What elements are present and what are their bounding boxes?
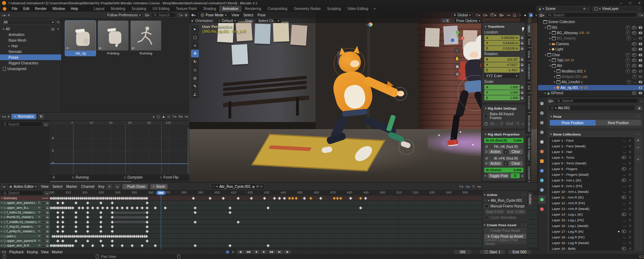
fake-user-shield-button[interactable]: ◆ bbox=[636, 105, 643, 111]
menu-render[interactable]: Render bbox=[32, 6, 49, 11]
scale-y-field[interactable]: Y1.000 bbox=[484, 90, 520, 95]
import-method-dropdown[interactable]: Follow Preferences▾ bbox=[105, 12, 143, 18]
hide-eye-icon[interactable] bbox=[632, 26, 637, 29]
close-button[interactable]: × bbox=[638, 1, 640, 5]
next-frame-button[interactable]: ▶▶ bbox=[268, 250, 275, 254]
properties-tab-object[interactable] bbox=[538, 157, 546, 165]
bone-collection-layer-7-fingers-detail-[interactable]: Layer 7 - Fingers (detail)☆ bbox=[550, 172, 634, 178]
expand-search-button[interactable]: ↔ bbox=[43, 122, 49, 127]
properties-tab-modifiers[interactable] bbox=[538, 166, 546, 175]
auto-keying-icon[interactable] bbox=[226, 250, 229, 254]
collection-specials-button[interactable]: ⌄ bbox=[635, 155, 641, 162]
workspace-tab-layout[interactable]: Layout bbox=[90, 6, 107, 12]
rotation-y-field[interactable]: Y4.7427° bbox=[484, 62, 520, 67]
visibility-eye-icon[interactable] bbox=[622, 167, 626, 170]
solo-star-icon[interactable]: ☆ bbox=[628, 161, 632, 165]
mute-checkbox[interactable]: ✓ bbox=[42, 201, 45, 205]
workspace-tab-rendering[interactable]: Rendering bbox=[242, 6, 264, 12]
outliner-row-char[interactable]: ▾Char✓ bbox=[538, 52, 644, 57]
rest-position-button[interactable]: Rest Position bbox=[596, 120, 642, 126]
circle-x-icon[interactable]: × bbox=[503, 161, 508, 166]
selectable-checkbox[interactable]: ✓ bbox=[627, 80, 631, 84]
modifier-icon[interactable]: ⚒ bbox=[38, 230, 40, 233]
dope-menu-channel[interactable]: Channel bbox=[81, 185, 94, 189]
properties-search-input[interactable]: Search bbox=[555, 98, 638, 103]
current-frame-field[interactable]: 366 bbox=[454, 250, 471, 254]
outliner-search-input[interactable]: Search bbox=[546, 12, 637, 17]
tool-transform[interactable]: ◎ bbox=[191, 74, 199, 82]
editor-mode-dropdown[interactable]: ▩Action Editor▾ bbox=[7, 184, 38, 189]
render-camera-icon[interactable] bbox=[639, 92, 642, 94]
frame-ruler[interactable]: 3003103203303403503603703803904004104204… bbox=[50, 190, 538, 195]
visibility-eye-closed-icon[interactable] bbox=[623, 219, 626, 221]
properties-tab-constraints[interactable] bbox=[538, 186, 546, 194]
dope-menu-select[interactable]: Select bbox=[52, 185, 62, 189]
bone-collection-layer-2-face-tweak-[interactable]: Layer 2 - Face (tweak)☆ bbox=[550, 143, 634, 149]
hide-eye-icon[interactable] bbox=[632, 64, 637, 67]
outliner-row-bg-lowpoly[interactable]: ▸BG_lowpoly✓ bbox=[538, 36, 644, 41]
timeline-menu-keying[interactable]: Keying bbox=[27, 250, 38, 254]
mute-checkbox[interactable]: ✓ bbox=[42, 225, 45, 228]
viewport-menu-pose[interactable]: Pose bbox=[258, 13, 266, 17]
catalog-item-unassigned[interactable]: Unassigned bbox=[0, 66, 61, 72]
lock-icon[interactable] bbox=[521, 64, 523, 66]
track-row[interactable] bbox=[50, 229, 538, 234]
play-button[interactable]: ▶ bbox=[260, 250, 268, 254]
bake-start-field[interactable]: St...0 bbox=[489, 121, 504, 126]
normalize-refresh-button[interactable]: ↻ bbox=[38, 114, 44, 119]
location-z-field[interactable]: Z0.52229 m bbox=[484, 46, 520, 51]
dope-menu-marker[interactable]: Marker bbox=[66, 185, 77, 189]
solo-star-icon[interactable]: ☆ bbox=[628, 155, 632, 159]
scale-x-field[interactable]: X1.000 bbox=[484, 85, 520, 90]
properties-tab-world[interactable] bbox=[538, 147, 546, 156]
tool-cursor[interactable]: + bbox=[191, 42, 199, 49]
hide-eye-closed-icon[interactable] bbox=[633, 81, 637, 83]
pin-icon[interactable] bbox=[4, 216, 6, 218]
modifier-icon[interactable]: ⚒ bbox=[38, 216, 40, 218]
pin-icon[interactable] bbox=[4, 240, 6, 242]
lock-icon[interactable] bbox=[47, 240, 49, 242]
add-workspace-button[interactable]: + bbox=[374, 7, 376, 11]
shield-icon[interactable]: ◆ bbox=[252, 185, 255, 189]
orientation-dropdown[interactable]: ⇯Default▾ bbox=[216, 18, 238, 23]
lock-icon[interactable] bbox=[47, 226, 49, 228]
gear-icon[interactable]: ⚙ bbox=[185, 13, 188, 17]
catalog-item-rigged-characters[interactable]: Rigged Characters bbox=[0, 60, 61, 66]
jump-start-button[interactable]: ◀| bbox=[237, 250, 244, 254]
channel-search-input[interactable]: Search bbox=[1, 122, 42, 127]
dope-menu-view[interactable]: View bbox=[41, 185, 49, 189]
layer-prev-button[interactable]: ▾ bbox=[107, 184, 112, 189]
visibility-eye-closed-icon[interactable] bbox=[623, 145, 626, 147]
channel-summary[interactable]: ▾Summary●●●● bbox=[0, 196, 50, 201]
selectable-checkbox[interactable]: ✓ bbox=[626, 31, 630, 35]
sidebar-tab-gscatter[interactable]: GScatter bbox=[527, 93, 531, 112]
render-camera-icon[interactable] bbox=[639, 81, 642, 83]
lock-icon[interactable] bbox=[521, 48, 523, 50]
orientation-dropdown-global[interactable]: ⇵Global▾ bbox=[452, 12, 473, 18]
solo-star-icon[interactable]: ☆ bbox=[628, 212, 632, 216]
action-panel-title[interactable]: Action bbox=[487, 193, 497, 197]
asset-card-pointing[interactable]: ◉○Pointing bbox=[98, 21, 128, 56]
bone-collection-layer-10-arm-l-tweak-[interactable]: Layer 10 - Arm.L (tweak)☆ bbox=[550, 189, 634, 195]
outliner-row-modifiers-001[interactable]: ▸Modifiers.0019✓ bbox=[538, 69, 644, 74]
proportional-icon[interactable]: ⊙▾ bbox=[465, 185, 470, 189]
tool-move[interactable]: ✚ bbox=[191, 50, 199, 57]
bake-end-field[interactable]: End0 bbox=[505, 121, 521, 126]
rig-main-title[interactable]: Rig Main Properties bbox=[488, 132, 519, 136]
sidebar-tab-item[interactable]: Item bbox=[527, 23, 531, 35]
frame-end-field[interactable]: End500 bbox=[508, 250, 531, 254]
hide-eye-icon[interactable] bbox=[632, 42, 637, 46]
workspace-tab-shading[interactable]: Shading bbox=[200, 6, 220, 12]
channel-thumb-01-master-l[interactable]: ▸thumb.01_master.L⚒✓ bbox=[0, 215, 50, 220]
outliner-row-abi-rig-001[interactable]: ▸Abi_rig.0013015 bbox=[538, 85, 644, 90]
track-row[interactable] bbox=[50, 243, 538, 248]
create-pose-asset-button[interactable]: Create Pose Asset bbox=[484, 228, 526, 233]
selectable-checkbox[interactable]: ✓ bbox=[626, 26, 630, 30]
bone-collection-layer-5-torso-tweak-[interactable]: Layer 5 - Torso (tweak)☆ bbox=[550, 160, 634, 166]
selectable-checkbox[interactable]: ✓ bbox=[626, 53, 630, 57]
track-row[interactable] bbox=[50, 206, 538, 210]
properties-tab-material[interactable] bbox=[538, 205, 546, 213]
render-camera-icon[interactable] bbox=[639, 54, 642, 56]
channel-upper-arm-ik-l[interactable]: ▸upper_arm_ik.L⚒✓ bbox=[0, 206, 50, 210]
cyclic-checkbox[interactable] bbox=[485, 216, 489, 220]
